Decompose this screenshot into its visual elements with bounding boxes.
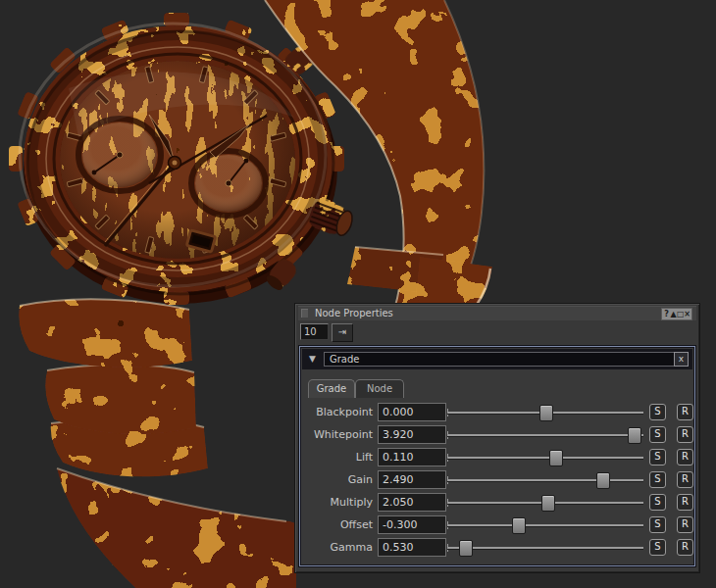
slider-handle[interactable] (541, 495, 555, 512)
set-key-button[interactable]: S (649, 426, 666, 443)
grade-node-panel: ▼ Grade x Grade Node Blackpoint 0.000 S … (299, 346, 695, 566)
param-label: Lift (302, 451, 373, 464)
param-slider[interactable] (447, 469, 643, 492)
application-window: Node Properties ? ▲ □ × 10 ⇥ ▼ Grade x G… (0, 0, 716, 588)
node-name-field[interactable]: Grade (324, 352, 676, 367)
param-slider[interactable] (447, 492, 643, 514)
control-row-multiply: Multiply 2.050 S R (302, 492, 692, 514)
slider-handle[interactable] (549, 450, 563, 466)
slider-handle[interactable] (459, 540, 473, 557)
param-value-input[interactable]: 2.050 (378, 493, 446, 512)
max-panels-input[interactable]: 10 (300, 323, 329, 340)
collapse-triangle-icon[interactable]: ▼ (309, 354, 316, 364)
control-row-offset: Offset -0.300 S R (302, 514, 692, 537)
window-buttons: ? ▲ □ × (661, 308, 692, 320)
param-slider[interactable] (447, 447, 643, 469)
node-properties-panel: Node Properties ? ▲ □ × 10 ⇥ ▼ Grade x G… (294, 303, 700, 573)
set-key-button[interactable]: S (649, 449, 666, 466)
slider-handle[interactable] (539, 405, 553, 421)
panel-title: Node Properties (315, 307, 393, 320)
param-label: Blackpoint (302, 406, 373, 418)
set-key-button[interactable]: S (649, 471, 666, 488)
float-icon[interactable]: □ (677, 310, 684, 319)
slider-handle[interactable] (628, 427, 641, 444)
reset-button[interactable]: R (677, 404, 693, 420)
set-key-button[interactable]: S (649, 404, 666, 420)
control-row-gain: Gain 2.490 S R (302, 469, 692, 492)
param-slider[interactable] (447, 424, 643, 447)
panel-titlebar[interactable]: Node Properties ? ▲ □ × (298, 306, 696, 320)
control-row-gamma: Gamma 0.530 S R (302, 537, 692, 560)
param-value-input[interactable]: 0.530 (378, 538, 446, 557)
tab-grade[interactable]: Grade (308, 379, 355, 398)
param-label: Multiply (302, 496, 373, 509)
subdial-right (191, 151, 266, 216)
pin-panel-icon[interactable]: ⇥ (332, 323, 353, 342)
reset-button[interactable]: R (677, 516, 693, 533)
param-value-input[interactable]: 2.490 (378, 470, 446, 489)
reset-button[interactable]: R (677, 494, 693, 511)
watch-dial (60, 61, 295, 259)
slider-handle[interactable] (512, 517, 526, 534)
param-slider[interactable] (447, 402, 643, 424)
reset-button[interactable]: R (677, 426, 693, 443)
param-slider[interactable] (447, 537, 643, 560)
param-label: Whitepoint (302, 428, 373, 441)
param-label: Offset (302, 518, 373, 531)
param-label: Gamma (302, 541, 373, 554)
set-key-button[interactable]: S (649, 494, 666, 511)
param-value-input[interactable]: 0.000 (378, 403, 446, 421)
close-icon[interactable]: × (684, 310, 690, 319)
param-value-input[interactable]: -0.300 (378, 515, 446, 534)
control-row-whitepoint: Whitepoint 3.920 S R (302, 424, 692, 447)
tab-node[interactable]: Node (355, 379, 404, 398)
param-label: Gain (302, 473, 373, 486)
reset-button[interactable]: R (677, 539, 693, 556)
node-panel-header[interactable]: ▼ Grade x (302, 349, 692, 369)
help-icon[interactable]: ? (663, 310, 670, 319)
param-slider[interactable] (447, 514, 643, 537)
set-key-button[interactable]: S (649, 516, 666, 533)
reset-button[interactable]: R (677, 471, 693, 488)
control-row-blackpoint: Blackpoint 0.000 S R (302, 402, 692, 424)
panel-grip[interactable] (301, 309, 308, 318)
control-row-lift: Lift 0.110 S R (302, 447, 692, 469)
dock-icon[interactable]: ▲ (670, 310, 677, 319)
param-value-input[interactable]: 0.110 (378, 448, 446, 466)
set-key-button[interactable]: S (649, 539, 666, 556)
node-close-button[interactable]: x (674, 352, 689, 367)
reset-button[interactable]: R (677, 449, 693, 466)
slider-handle[interactable] (596, 472, 610, 489)
param-value-input[interactable]: 3.920 (378, 425, 446, 444)
